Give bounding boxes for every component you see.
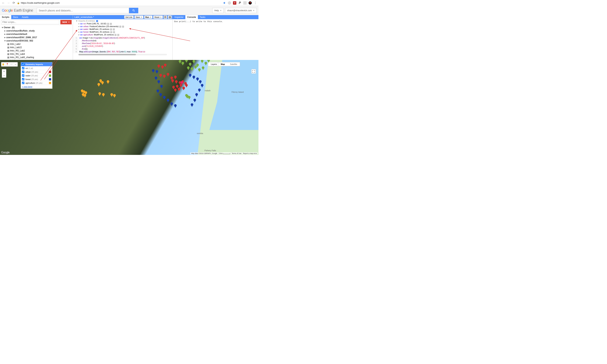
imports-toggle-icon[interactable] <box>96 20 98 22</box>
map-pin-blue[interactable] <box>152 69 154 73</box>
map-pin-blue[interactable] <box>174 104 177 108</box>
map-pin-yellow[interactable] <box>101 81 104 85</box>
point-tool[interactable]: 📍 <box>5 62 9 66</box>
gear-icon[interactable] <box>110 31 112 33</box>
zoom-in-button[interactable]: + <box>2 69 6 73</box>
apps-grid-button[interactable] <box>164 15 167 19</box>
geom-toggle-all[interactable] <box>22 63 24 65</box>
help-button[interactable]: Help▼ <box>212 8 224 13</box>
zoom-out-button[interactable]: − <box>2 73 6 78</box>
map-pin-green[interactable] <box>188 96 191 100</box>
script-tree[interactable]: ▾Owner (6) ▸users/shaun/Buffalo_study ▸u… <box>0 25 73 60</box>
map-pin-red[interactable] <box>167 73 169 77</box>
search-button[interactable] <box>129 8 138 13</box>
map-pin-green[interactable] <box>202 66 204 70</box>
account-button[interactable]: shaun@shaunlevick.com▼ <box>225 8 257 13</box>
map-pin-green[interactable] <box>191 67 193 71</box>
geom-layer-urban[interactable]: urban (25 pts) <box>21 70 52 74</box>
geom-layer-water[interactable]: water (25 pts) <box>21 74 52 77</box>
map-pin-red[interactable] <box>171 79 174 83</box>
map-pin-blue[interactable] <box>170 102 173 106</box>
bookmark-star-icon[interactable]: ★ <box>223 1 226 5</box>
map-pin-blue[interactable] <box>167 99 169 102</box>
map-pin-red[interactable] <box>175 80 178 84</box>
map-pin-red[interactable] <box>164 64 166 67</box>
fullscreen-button[interactable] <box>251 69 256 74</box>
reset-button[interactable]: Reset▼ <box>153 15 163 19</box>
gear-icon[interactable] <box>114 34 116 36</box>
map-pin-blue[interactable] <box>199 80 202 84</box>
map-pin-magenta[interactable] <box>180 81 183 85</box>
tab-console[interactable]: Console <box>185 15 198 19</box>
map-pin-green[interactable] <box>194 65 197 69</box>
map-pin-yellow[interactable] <box>97 83 100 87</box>
map-pin-yellow[interactable] <box>84 94 86 98</box>
map-pin-blue[interactable] <box>157 80 160 84</box>
tab-assets[interactable]: Assets <box>20 15 30 19</box>
gear-icon[interactable] <box>107 23 109 25</box>
map-pin-blue[interactable] <box>193 99 196 102</box>
gear-icon[interactable] <box>113 28 115 30</box>
map-pin-red[interactable] <box>182 87 185 90</box>
map-pin-green[interactable] <box>187 66 190 70</box>
map-pin-blue[interactable] <box>191 103 193 107</box>
map-pin-blue[interactable] <box>189 74 192 78</box>
map-pin-green[interactable] <box>185 60 188 63</box>
extension-p-icon[interactable]: P <box>238 1 241 5</box>
map-pin-green[interactable] <box>179 60 181 64</box>
map-type-satellite[interactable]: Satellite <box>227 62 240 66</box>
terms-link[interactable]: Terms of Use <box>232 153 241 154</box>
map-pin-blue[interactable] <box>155 77 157 80</box>
map-pin-green[interactable] <box>193 60 195 64</box>
address-bar[interactable]: https://code.earthengine.google.com <box>21 1 223 4</box>
extension-icon-1[interactable] <box>228 1 231 5</box>
save-button[interactable]: Save▼ <box>134 15 143 19</box>
tab-tasks[interactable]: Tasks <box>198 15 207 19</box>
get-link-button[interactable]: Get Link <box>124 15 134 19</box>
map-pin-green[interactable] <box>205 62 207 65</box>
geom-layer-agriculture[interactable]: agriculture (25 pts) <box>21 81 52 85</box>
new-script-button[interactable]: NEW▼ <box>60 20 72 24</box>
map-pin-yellow[interactable] <box>102 93 105 97</box>
polygon-tool[interactable]: ▱ <box>14 62 17 66</box>
back-button[interactable]: ← <box>1 1 5 5</box>
map-pin-blue[interactable] <box>160 85 163 89</box>
profile-avatar[interactable] <box>248 1 252 5</box>
map-pin-red[interactable] <box>185 84 188 88</box>
map-pin-blue[interactable] <box>196 78 199 81</box>
map-pin-green[interactable] <box>185 94 188 98</box>
tab-docs[interactable]: Docs <box>11 15 20 19</box>
map-pin-green[interactable] <box>207 60 210 63</box>
map-canvas[interactable]: rrabah Fitzroy Island oomba Fishery Fall… <box>0 60 259 155</box>
kebab-menu-icon[interactable]: ⋮ <box>254 1 257 5</box>
map-pin-blue[interactable] <box>195 93 198 97</box>
map-pin-red[interactable] <box>161 65 164 69</box>
line-tool[interactable]: 〰 <box>9 62 14 66</box>
new-layer-link[interactable]: + new layer <box>21 85 52 89</box>
filter-scripts-input[interactable] <box>1 20 59 24</box>
geom-layer-roi[interactable]: roi (1 pt) <box>21 66 52 70</box>
map-pin-red[interactable] <box>174 89 177 92</box>
pan-tool[interactable]: ✋ <box>1 62 5 66</box>
gear-icon[interactable] <box>110 23 112 25</box>
horizontal-scrollbar[interactable] <box>79 54 167 55</box>
reload-button[interactable]: ⟳ <box>12 1 15 5</box>
map-pin-blue[interactable] <box>156 70 158 74</box>
gear-icon[interactable] <box>119 26 121 28</box>
map-pin-green[interactable] <box>198 68 201 72</box>
code-editor[interactable]: ▾ Imports (5 entries) ▸var roi: Point (1… <box>73 19 172 60</box>
tab-scripts[interactable]: Scripts <box>0 15 11 19</box>
map-pin-blue[interactable] <box>198 89 201 92</box>
gear-icon[interactable] <box>110 28 112 30</box>
gear-icon[interactable] <box>113 31 115 33</box>
map-pin-red[interactable] <box>157 65 160 68</box>
map-pin-blue[interactable] <box>163 96 166 100</box>
map-pin-red[interactable] <box>163 75 166 78</box>
settings-button[interactable]: ⚙ <box>168 15 172 19</box>
map-pin-yellow[interactable] <box>110 93 113 97</box>
map-pin-blue[interactable] <box>159 93 162 97</box>
geom-layer-forest[interactable]: forest (25 pts) <box>21 77 52 81</box>
map-pin-red[interactable] <box>159 74 162 78</box>
map-pin-blue[interactable] <box>201 84 204 88</box>
forward-button[interactable]: → <box>7 1 10 5</box>
